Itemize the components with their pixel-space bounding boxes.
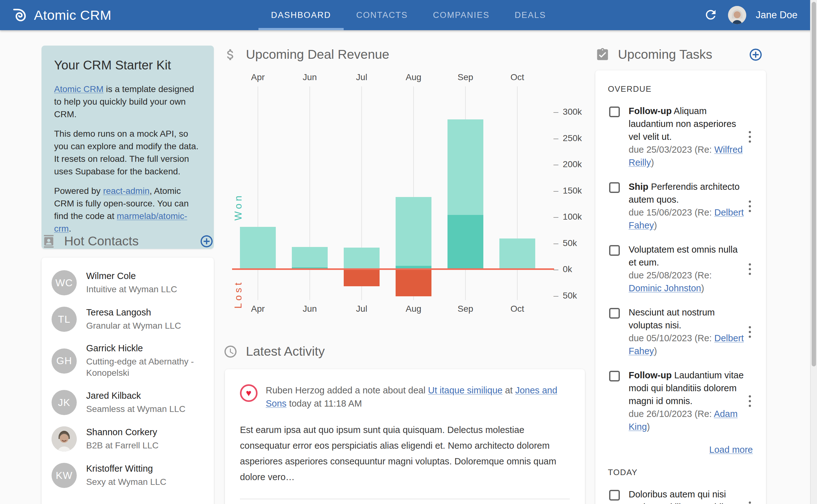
crm-starter-kit-card: Your CRM Starter Kit Atomic CRM is a tem… bbox=[41, 46, 214, 249]
month-tick-bottom: Jul bbox=[343, 304, 381, 314]
react-admin-link[interactable]: react-admin bbox=[103, 186, 150, 196]
brand-title: Atomic CRM bbox=[34, 8, 111, 23]
task-due: due 15/06/2023 (Re: Delbert Fahey) bbox=[629, 206, 745, 232]
month-tick-top: Jun bbox=[291, 72, 329, 82]
kebab-menu-icon[interactable] bbox=[746, 129, 754, 145]
kebab-menu-icon[interactable] bbox=[746, 261, 754, 277]
contact-name: Wilmer Cole bbox=[86, 271, 177, 281]
contact-card-icon bbox=[41, 234, 56, 249]
month-tick-top: Sep bbox=[447, 72, 484, 82]
upcoming-tasks-title: Upcoming Tasks bbox=[618, 47, 712, 62]
task-item: Nesciunt aut nostrum voluptas nisi. due … bbox=[608, 306, 754, 358]
contact-row-jared-kilback[interactable]: JK Jared Kilback Seamless at Wyman LLC bbox=[41, 384, 214, 421]
month-tick-top: Aug bbox=[395, 72, 432, 82]
task-item: Doloribus autem qui nisi veniam vel libe… bbox=[608, 488, 754, 504]
add-contact-button[interactable] bbox=[199, 234, 214, 249]
y-axis-tick: –50k bbox=[553, 291, 577, 300]
hot-contacts-card: WC Wilmer Cole Intuitive at Wyman LLC TL… bbox=[41, 258, 214, 504]
latest-activity-card: ♥ Ruben Herzog added a note about deal U… bbox=[225, 369, 585, 504]
month-tick-top: Apr bbox=[239, 72, 277, 82]
atomic-crm-link[interactable]: Atomic CRM bbox=[54, 84, 103, 94]
tab-dashboard[interactable]: DASHBOARD bbox=[259, 0, 344, 30]
load-more-row: Load more bbox=[608, 445, 753, 455]
brand[interactable]: Atomic CRM bbox=[12, 8, 111, 23]
task-checkbox[interactable] bbox=[609, 490, 620, 501]
today-label: TODAY bbox=[608, 468, 754, 477]
add-task-button[interactable] bbox=[749, 47, 763, 62]
kebab-menu-icon[interactable] bbox=[746, 499, 754, 504]
user-avatar[interactable] bbox=[728, 6, 746, 24]
kebab-menu-icon[interactable] bbox=[746, 324, 754, 340]
contact-subtitle: Granular at Wyman LLC bbox=[86, 320, 181, 331]
month-tick-bottom: Sep bbox=[447, 304, 484, 314]
zero-line bbox=[232, 268, 554, 270]
contact-subtitle: Intuitive at Wyman LLC bbox=[86, 284, 177, 295]
avatar: JK bbox=[52, 390, 77, 415]
task-due: due 05/10/2023 (Re: Delbert Fahey) bbox=[629, 332, 745, 358]
deal-link[interactable]: Ut itaque similique bbox=[428, 385, 502, 395]
y-axis-tick: –50k bbox=[553, 239, 577, 248]
contact-name: Garrick Hickle bbox=[86, 343, 204, 353]
task-item: Follow-up Laudantium vitae modi qui blan… bbox=[608, 369, 754, 433]
starter-kit-title: Your CRM Starter Kit bbox=[54, 58, 201, 72]
month-tick-top: Jul bbox=[343, 72, 381, 82]
y-axis-tick: –200k bbox=[553, 160, 582, 169]
task-checkbox[interactable] bbox=[609, 371, 620, 381]
deal-heart-icon: ♥ bbox=[240, 384, 258, 402]
clock-icon bbox=[223, 344, 238, 359]
page-scrollbar-thumb[interactable] bbox=[812, 2, 816, 366]
kebab-menu-icon[interactable] bbox=[746, 393, 754, 409]
task-text: Nesciunt aut nostrum voluptas nisi. bbox=[629, 306, 745, 332]
task-text: Follow-up Aliquam laudantium non asperio… bbox=[629, 105, 745, 143]
refresh-icon[interactable] bbox=[703, 7, 719, 23]
task-checkbox[interactable] bbox=[609, 182, 620, 193]
contact-row-shannon-corkery[interactable]: Shannon Corkery B2B at Farrell LLC bbox=[41, 421, 214, 457]
top-navbar: Atomic CRM DASHBOARD CONTACTS COMPANIES … bbox=[0, 0, 817, 30]
contact-name: Kristoffer Witting bbox=[86, 463, 166, 474]
task-contact-link[interactable]: Dominic Johnston bbox=[629, 283, 701, 293]
task-checkbox[interactable] bbox=[609, 245, 620, 256]
starter-kit-paragraph-2: This demo runs on a mock API, so you can… bbox=[54, 128, 201, 178]
task-due: due 25/03/2023 (Re: Wilfred Reilly) bbox=[629, 143, 745, 169]
hot-contacts-title: Hot Contacts bbox=[64, 234, 139, 249]
contact-subtitle: Sexy at Wyman LLC bbox=[86, 476, 166, 488]
tab-companies[interactable]: COMPANIES bbox=[420, 0, 502, 30]
contact-row-garrick-hickle[interactable]: GH Garrick Hickle Cutting-edge at Aberna… bbox=[41, 337, 214, 384]
y-axis-tick: –100k bbox=[553, 212, 582, 221]
task-item: Ship Perferendis architecto autem quos. … bbox=[608, 180, 754, 232]
latest-activity-title: Latest Activity bbox=[246, 344, 325, 359]
avatar: WC bbox=[52, 270, 77, 295]
kebab-menu-icon[interactable] bbox=[746, 198, 754, 215]
tab-deals[interactable]: DEALS bbox=[502, 0, 559, 30]
task-text: Doloribus autem qui nisi veniam vel libe… bbox=[629, 488, 745, 504]
contact-row-kristoffer-witting[interactable]: KW Kristoffer Witting Sexy at Wyman LLC bbox=[41, 457, 214, 494]
task-due: due 25/08/2023 (Re: Dominic Johnston) bbox=[629, 269, 745, 295]
activity-item-deal-note: ♥ Ruben Herzog added a note about deal U… bbox=[240, 384, 570, 410]
avatar-photo bbox=[52, 426, 77, 452]
contact-name: Teresa Langosh bbox=[86, 307, 181, 318]
atomic-crm-logo-icon bbox=[12, 8, 27, 23]
contact-row-wilmer-cole[interactable]: WC Wilmer Cole Intuitive at Wyman LLC bbox=[41, 265, 214, 301]
month-tick-bottom: Apr bbox=[239, 304, 277, 314]
month-tick-bottom: Oct bbox=[498, 304, 536, 314]
tab-contacts[interactable]: CONTACTS bbox=[344, 0, 420, 30]
page-scrollbar-track[interactable] bbox=[810, 0, 817, 504]
upcoming-tasks-header: Upcoming Tasks bbox=[595, 47, 766, 62]
load-more-link[interactable]: Load more bbox=[709, 445, 753, 455]
month-tick-bottom: Jun bbox=[291, 304, 329, 314]
contact-row-teresa-langosh[interactable]: TL Teresa Langosh Granular at Wyman LLC bbox=[41, 301, 214, 337]
bar-won-expected bbox=[447, 119, 483, 215]
month-tick-top: Oct bbox=[498, 72, 536, 82]
y-axis-tick: –150k bbox=[553, 186, 582, 195]
starter-kit-paragraph-3: Powered by react-admin, Atomic CRM is fu… bbox=[54, 185, 201, 235]
hot-contacts-header: Hot Contacts bbox=[41, 234, 214, 249]
task-checkbox[interactable] bbox=[609, 308, 620, 319]
overdue-label: OVERDUE bbox=[608, 84, 754, 94]
task-checkbox[interactable] bbox=[609, 107, 620, 117]
bar-won-expected bbox=[240, 227, 276, 269]
avatar: GH bbox=[52, 348, 77, 374]
won-axis-label: Won bbox=[233, 193, 244, 221]
y-axis-tick: –250k bbox=[553, 134, 582, 143]
username[interactable]: Jane Doe bbox=[756, 9, 798, 21]
contact-subtitle: Seamless at Wyman LLC bbox=[86, 403, 185, 415]
